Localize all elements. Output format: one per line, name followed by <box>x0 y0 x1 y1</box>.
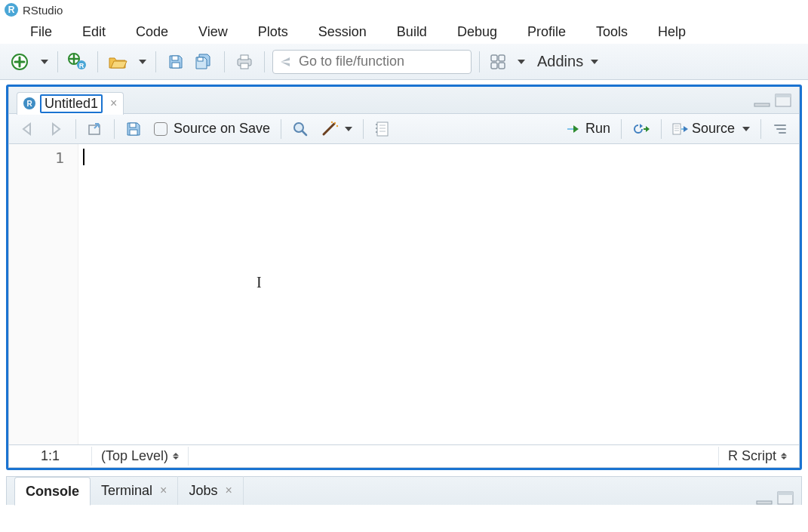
svg-point-22 <box>336 125 338 126</box>
workspace-panes-button[interactable] <box>487 51 508 72</box>
goto-file-input[interactable] <box>272 50 472 74</box>
editor-tab-untitled1[interactable]: R Untitled1 × <box>17 92 124 115</box>
svg-rect-5 <box>172 63 180 68</box>
tab-terminal-label: Terminal <box>101 483 152 499</box>
ibeam-cursor-icon: I <box>257 274 262 291</box>
popout-icon <box>87 121 103 137</box>
app-title: RStudio <box>23 4 63 17</box>
arrow-left-icon <box>20 121 36 137</box>
svg-rect-10 <box>491 55 497 61</box>
outline-icon <box>772 122 788 136</box>
menu-code[interactable]: Code <box>121 20 183 45</box>
menu-session[interactable]: Session <box>303 20 382 45</box>
new-project-button[interactable]: R <box>66 50 90 74</box>
svg-rect-18 <box>130 123 136 128</box>
svg-rect-12 <box>491 63 497 69</box>
compile-report-button[interactable] <box>371 118 392 140</box>
svg-point-23 <box>331 121 333 122</box>
addins-menu[interactable]: Addins <box>537 53 598 70</box>
updown-icon <box>781 453 787 460</box>
source-on-save-toggle[interactable]: Source on Save <box>151 118 273 140</box>
menu-help[interactable]: Help <box>643 20 701 45</box>
menu-build[interactable]: Build <box>382 20 442 45</box>
tab-jobs-label: Jobs <box>189 483 217 499</box>
title-bar: R RStudio <box>0 0 808 20</box>
source-toolbar: Source on Save Run <box>9 114 799 144</box>
menu-profile[interactable]: Profile <box>512 20 581 45</box>
text-cursor <box>83 149 84 165</box>
arrow-right-icon <box>48 121 65 137</box>
checkbox-icon <box>154 122 167 136</box>
minimize-pane-icon[interactable] <box>756 494 773 505</box>
outline-button[interactable] <box>769 118 791 140</box>
find-replace-button[interactable] <box>289 118 312 140</box>
print-button[interactable] <box>232 50 257 74</box>
svg-rect-27 <box>376 131 377 133</box>
svg-rect-31 <box>778 492 793 495</box>
maximize-pane-icon[interactable] <box>777 491 794 505</box>
pane-window-controls <box>756 491 794 505</box>
save-all-icon <box>195 53 214 71</box>
menu-bar: File Edit Code View Plots Session Build … <box>0 20 808 44</box>
code-tools-button[interactable] <box>318 118 355 140</box>
console-pane: Console Terminal × Jobs × <box>6 476 802 505</box>
save-doc-button[interactable] <box>122 118 145 140</box>
rerun-icon <box>632 123 650 135</box>
svg-rect-9 <box>241 63 248 69</box>
tab-terminal[interactable]: Terminal × <box>91 476 178 505</box>
console-tab-bar: Console Terminal × Jobs × <box>6 476 802 505</box>
cursor-position[interactable]: 1:1 <box>9 447 92 466</box>
file-type-selector[interactable]: R Script <box>718 447 799 466</box>
save-button[interactable] <box>164 50 188 74</box>
menu-tools[interactable]: Tools <box>581 20 643 45</box>
line-gutter: 1 <box>9 144 78 444</box>
svg-rect-19 <box>130 130 137 135</box>
updown-icon <box>173 453 179 460</box>
scope-selector[interactable]: (Top Level) <box>92 447 189 466</box>
new-file-button[interactable] <box>8 50 32 74</box>
svg-rect-13 <box>499 63 505 69</box>
editor-tab-label: Untitled1 <box>40 94 103 113</box>
run-label: Run <box>585 121 610 137</box>
nav-back-button[interactable] <box>17 118 39 140</box>
rerun-button[interactable] <box>629 118 653 140</box>
minimize-pane-icon[interactable] <box>754 97 770 107</box>
addins-label: Addins <box>537 53 583 70</box>
nav-forward-button[interactable] <box>45 118 68 140</box>
new-file-dropdown[interactable] <box>36 50 50 74</box>
r-file-icon: R <box>23 97 35 109</box>
source-on-save-label: Source on Save <box>174 121 270 137</box>
new-file-icon <box>11 54 28 70</box>
close-tab-icon[interactable]: × <box>160 484 167 497</box>
code-editor[interactable]: 1 I <box>9 144 799 444</box>
save-all-button[interactable] <box>192 50 217 74</box>
svg-rect-6 <box>198 57 203 61</box>
source-button[interactable]: Source <box>669 118 753 140</box>
show-in-new-window-button[interactable] <box>84 118 106 140</box>
svg-text:R: R <box>79 62 84 69</box>
close-tab-icon[interactable]: × <box>110 97 117 110</box>
tab-console[interactable]: Console <box>14 477 91 506</box>
search-icon <box>292 121 309 137</box>
source-label: Source <box>692 121 735 137</box>
svg-rect-24 <box>377 122 388 136</box>
workspace-panes-dropdown[interactable] <box>513 50 527 74</box>
open-file-dropdown[interactable] <box>134 50 148 74</box>
menu-plots[interactable]: Plots <box>243 20 303 45</box>
editor-tab-bar: R Untitled1 × <box>9 87 799 114</box>
close-tab-icon[interactable]: × <box>225 484 232 497</box>
line-number: 1 <box>9 149 64 167</box>
run-button[interactable]: Run <box>563 118 613 140</box>
open-file-button[interactable] <box>106 50 130 74</box>
new-project-icon: R <box>68 53 88 71</box>
print-icon <box>235 54 253 70</box>
menu-file[interactable]: File <box>0 20 67 45</box>
menu-view[interactable]: View <box>183 20 243 45</box>
save-icon <box>125 121 142 137</box>
menu-debug[interactable]: Debug <box>442 20 512 45</box>
svg-rect-25 <box>376 124 377 125</box>
tab-jobs[interactable]: Jobs × <box>178 476 243 505</box>
menu-edit[interactable]: Edit <box>67 20 121 45</box>
maximize-pane-icon[interactable] <box>775 94 791 107</box>
wand-icon <box>321 121 339 137</box>
